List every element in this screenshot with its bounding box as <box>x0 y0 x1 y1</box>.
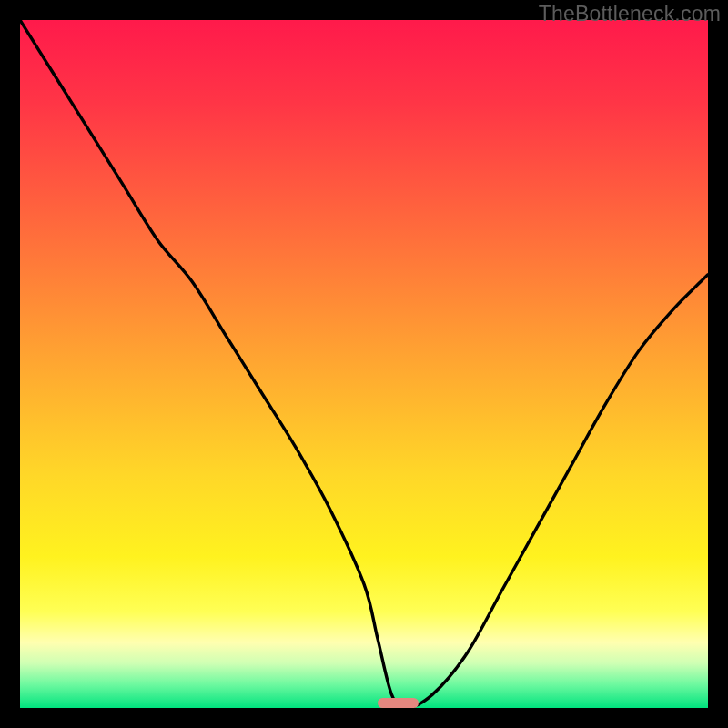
chart-frame: TheBottleneck.com <box>0 0 728 728</box>
plot-area <box>20 20 708 708</box>
optimal-marker <box>378 698 419 708</box>
bottleneck-curve <box>20 20 708 708</box>
watermark-text: TheBottleneck.com <box>539 2 721 26</box>
